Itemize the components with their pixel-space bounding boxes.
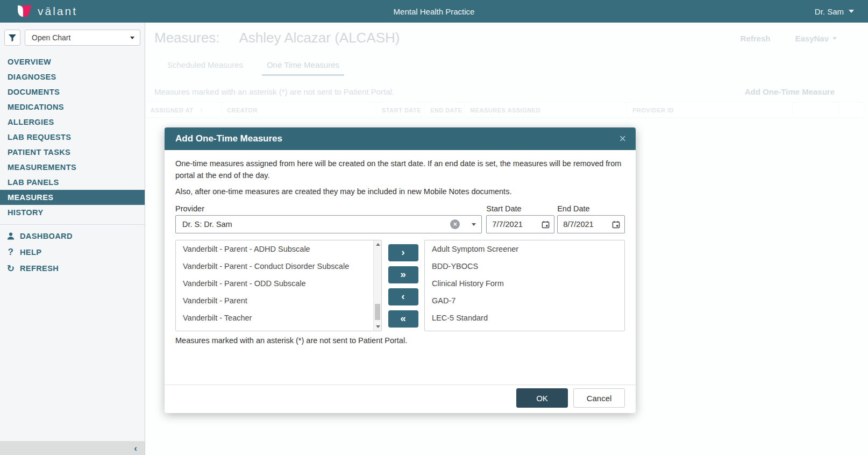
sidebar-item-patient-tasks[interactable]: PATIENT TASKS bbox=[0, 145, 145, 160]
question-icon: ? bbox=[6, 247, 15, 258]
move-left-button[interactable]: ‹ bbox=[388, 288, 418, 305]
open-chart-label: Open Chart bbox=[32, 33, 70, 42]
scrollbar-thumb[interactable] bbox=[375, 304, 380, 320]
sidebar-item-label: HELP bbox=[20, 248, 41, 257]
dialog-description-1: One-time measures assigned from here wil… bbox=[175, 158, 625, 182]
dialog-header: Add One-Time Measures × bbox=[165, 127, 636, 150]
list-item[interactable]: LEC-5 Standard bbox=[425, 309, 624, 326]
list-item[interactable]: GAD-7 bbox=[425, 292, 624, 309]
scroll-up-icon[interactable] bbox=[374, 240, 382, 248]
start-date-value: 7/7/2021 bbox=[492, 220, 522, 229]
list-item[interactable]: Vanderbilt - Parent bbox=[176, 292, 381, 309]
sidebar-item-diagnoses[interactable]: DIAGNOSES bbox=[0, 69, 145, 84]
logo-text: vālant bbox=[38, 5, 77, 18]
filter-button[interactable] bbox=[4, 30, 20, 46]
close-icon[interactable]: × bbox=[619, 133, 626, 145]
dialog-footer: OK Cancel bbox=[165, 385, 636, 413]
dialog-description-2: Also, after one-time measures are create… bbox=[175, 186, 625, 198]
sidebar-item-medications[interactable]: MEDICATIONS bbox=[0, 99, 145, 115]
sidebar-item-dashboard[interactable]: DASHBOARD bbox=[0, 228, 145, 244]
sidebar-collapse-strip: ‹ bbox=[0, 441, 145, 455]
list-item[interactable]: Clinical History Form bbox=[425, 275, 624, 292]
end-date-input[interactable]: 8/7/2021 bbox=[557, 215, 625, 233]
main-content: Measures: Ashley Alcazar (ALCASH) Refres… bbox=[145, 23, 868, 455]
move-right-button[interactable]: › bbox=[388, 244, 418, 261]
filter-icon bbox=[8, 33, 17, 42]
sidebar-item-measurements[interactable]: MEASUREMENTS bbox=[0, 160, 145, 175]
sidebar-item-documents[interactable]: DOCUMENTS bbox=[0, 84, 145, 99]
practice-title: Mental Health Practice bbox=[0, 7, 868, 16]
scrollbar bbox=[373, 240, 381, 331]
sidebar-item-measures[interactable]: MEASURES bbox=[0, 190, 145, 205]
end-date-label: End Date bbox=[557, 204, 625, 213]
start-date-label: Start Date bbox=[486, 204, 554, 213]
sidebar-item-label: DASHBOARD bbox=[20, 232, 73, 240]
scroll-down-icon[interactable] bbox=[374, 323, 382, 331]
chevron-down-icon bbox=[849, 10, 854, 13]
sidebar-item-allergies[interactable]: ALLERGIES bbox=[0, 115, 145, 130]
list-item[interactable]: BDD-YBOCS bbox=[425, 258, 624, 275]
user-menu[interactable]: Dr. Sam bbox=[815, 7, 854, 16]
sidebar-item-lab-panels[interactable]: LAB PANELS bbox=[0, 175, 145, 190]
top-bar: vālant Mental Health Practice Dr. Sam bbox=[0, 0, 868, 23]
collapse-sidebar-icon[interactable]: ‹ bbox=[134, 444, 137, 453]
start-date-input[interactable]: 7/7/2021 bbox=[486, 215, 554, 233]
user-name: Dr. Sam bbox=[815, 7, 844, 16]
end-date-value: 8/7/2021 bbox=[563, 220, 593, 229]
sidebar-item-history[interactable]: HISTORY bbox=[0, 205, 145, 220]
move-all-left-button[interactable]: « bbox=[388, 310, 418, 328]
list-item[interactable]: Adult Symptom Screener bbox=[425, 240, 624, 258]
transfer-buttons: › » ‹ « bbox=[382, 240, 424, 331]
clear-icon[interactable]: × bbox=[450, 219, 460, 229]
provider-value: Dr. S: Dr. Sam bbox=[182, 220, 232, 229]
sidebar-divider bbox=[0, 224, 145, 225]
dialog-title: Add One-Time Measures bbox=[175, 133, 282, 144]
valant-logo: vālant bbox=[15, 4, 77, 19]
list-item[interactable]: Vanderbilt - Parent - ADHD Subscale bbox=[176, 240, 381, 258]
ok-button[interactable]: OK bbox=[516, 388, 568, 408]
sidebar-item-refresh[interactable]: ↻ REFRESH bbox=[0, 260, 145, 276]
available-measures-list: Vanderbilt - Parent - ADHD Subscale Vand… bbox=[175, 240, 382, 331]
list-item[interactable]: Vanderbilt - Parent - ODD Subscale bbox=[176, 275, 381, 292]
person-icon bbox=[6, 232, 15, 240]
open-chart-select[interactable]: Open Chart bbox=[25, 30, 140, 46]
sidebar: Open Chart OVERVIEW DIAGNOSES DOCUMENTS … bbox=[0, 23, 145, 455]
chevron-down-icon[interactable] bbox=[472, 223, 476, 226]
list-item[interactable]: Vanderbilt - Teacher bbox=[176, 309, 381, 326]
sidebar-item-lab-requests[interactable]: LAB REQUESTS bbox=[0, 130, 145, 145]
provider-label: Provider bbox=[175, 204, 482, 213]
refresh-icon: ↻ bbox=[6, 263, 15, 274]
calendar-icon[interactable] bbox=[612, 221, 620, 229]
provider-select[interactable]: Dr. S: Dr. Sam × bbox=[175, 215, 482, 233]
assigned-measures-list: Adult Symptom Screener BDD-YBOCS Clinica… bbox=[424, 240, 625, 331]
chevron-down-icon bbox=[130, 37, 134, 39]
move-all-right-button[interactable]: » bbox=[388, 266, 418, 283]
calendar-icon[interactable] bbox=[542, 221, 550, 229]
list-item[interactable]: WHO-5 bbox=[176, 326, 381, 331]
sidebar-item-label: REFRESH bbox=[20, 264, 59, 273]
sidebar-item-help[interactable]: ? HELP bbox=[0, 244, 145, 260]
dialog-portal-note: Measures marked with an asterisk (*) are… bbox=[175, 336, 625, 345]
cancel-button[interactable]: Cancel bbox=[573, 388, 625, 408]
sidebar-nav: OVERVIEW DIAGNOSES DOCUMENTS MEDICATIONS… bbox=[0, 54, 145, 276]
sidebar-item-overview[interactable]: OVERVIEW bbox=[0, 54, 145, 69]
list-item[interactable]: Vanderbilt - Parent - Conduct Disorder S… bbox=[176, 258, 381, 275]
valant-logo-icon bbox=[15, 4, 33, 19]
add-one-time-measures-dialog: Add One-Time Measures × One-time measure… bbox=[165, 127, 636, 413]
